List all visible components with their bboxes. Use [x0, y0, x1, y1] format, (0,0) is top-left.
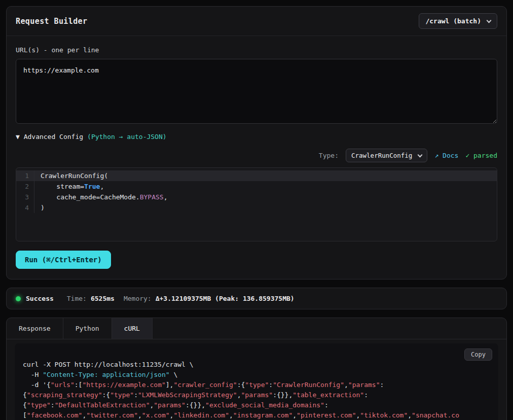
config-type-value: CrawlerRunConfig	[351, 152, 412, 159]
memory-value: Δ+3.12109375MB (Peak: 136.859375MB)	[156, 295, 295, 302]
request-builder-body: URL(s) - one per line https://example.co…	[7, 36, 506, 279]
line-number: 3	[16, 192, 34, 202]
chevron-down-icon	[487, 18, 492, 23]
curl-code[interactable]: curl -X POST http://localhost:11235/craw…	[23, 360, 490, 420]
time-value: 6525ms	[91, 295, 115, 302]
urls-label: URL(s) - one per line	[16, 46, 497, 54]
advanced-config-label: ▼ Advanced Config	[16, 133, 83, 141]
parsed-status: ✓ parsed	[465, 152, 497, 159]
memory-label: Memory:	[124, 295, 152, 302]
advanced-config-toggle[interactable]: ▼ Advanced Config (Python → auto-JSON)	[16, 133, 497, 141]
endpoint-select-value: /crawl (batch)	[425, 17, 481, 25]
request-builder-panel: Request Builder /crawl (batch) URL(s) - …	[6, 6, 507, 279]
curl-code-block: Copy curl -X POST http://localhost:11235…	[15, 343, 498, 420]
line-number: 2	[16, 181, 34, 192]
code-line: ["facebook.com","twitter.com","x.com","l…	[23, 410, 490, 420]
editor-line: 4)	[16, 202, 497, 213]
endpoint-select[interactable]: /crawl (batch)	[419, 13, 497, 29]
status-bar: Success Time: 6525ms Memory: Δ+3.1210937…	[6, 288, 507, 309]
config-controls: Type: CrawlerRunConfig ↗ Docs ✓ parsed	[16, 149, 497, 162]
type-label: Type:	[319, 152, 339, 159]
code-line: {"scraping_strategy":{"type":"LXMLWebScr…	[23, 390, 490, 400]
time-label: Time:	[67, 295, 87, 302]
page-title: Request Builder	[16, 17, 87, 26]
config-type-select[interactable]: CrawlerRunConfig	[346, 149, 427, 162]
request-builder-header: Request Builder /crawl (batch)	[7, 7, 506, 36]
time-metric: Time: 6525ms	[67, 295, 115, 302]
copy-button[interactable]: Copy	[464, 348, 492, 361]
response-panel: ResponsePythoncURL Copy curl -X POST htt…	[6, 318, 507, 420]
code-line: -H "Content-Type: application/json" \	[23, 370, 490, 380]
code-line: -d '{"urls":["https://example.com"],"cra…	[23, 380, 490, 390]
success-dot-icon	[16, 296, 21, 301]
advanced-config-hint: (Python → auto-JSON)	[87, 133, 167, 141]
tab-response[interactable]: Response	[7, 318, 63, 339]
code-line: {"type":"DefaultTableExtraction","params…	[23, 400, 490, 410]
config-editor[interactable]: 1CrawlerRunConfig(2 stream=True,3 cache_…	[16, 167, 497, 241]
editor-line: 2 stream=True,	[16, 181, 497, 192]
run-button[interactable]: Run (⌘/Ctrl+Enter)	[16, 251, 111, 269]
line-number: 4	[16, 202, 34, 213]
docs-link[interactable]: ↗ Docs	[434, 152, 458, 159]
line-number: 1	[16, 170, 34, 181]
response-tabs: ResponsePythoncURL	[7, 318, 506, 339]
app-root: Request Builder /crawl (batch) URL(s) - …	[0, 0, 513, 420]
memory-metric: Memory: Δ+3.12109375MB (Peak: 136.859375…	[124, 295, 295, 302]
editor-line: 1CrawlerRunConfig(	[16, 170, 497, 181]
urls-textarea[interactable]: https://example.com	[16, 59, 497, 124]
editor-line: 3 cache_mode=CacheMode.BYPASS,	[16, 192, 497, 202]
chevron-down-icon	[418, 152, 423, 157]
code-line: curl -X POST http://localhost:11235/craw…	[23, 360, 490, 370]
tab-curl[interactable]: cURL	[112, 318, 153, 339]
status-text: Success	[26, 295, 54, 302]
tab-python[interactable]: Python	[63, 318, 112, 339]
